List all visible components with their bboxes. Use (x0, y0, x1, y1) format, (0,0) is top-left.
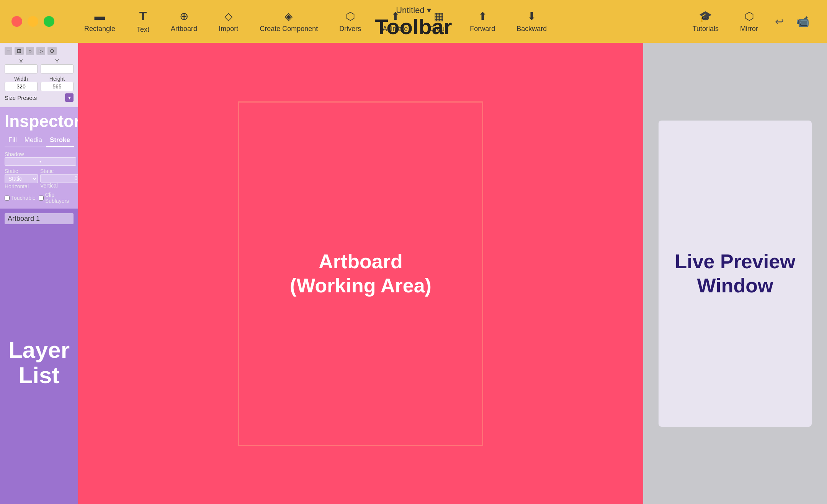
inspector-section: Inspector Fill Media Stroke Width Shadow… (0, 107, 78, 209)
layer-list-heading: LayerList (5, 338, 74, 388)
mirror-icon: ⬡ (745, 10, 754, 23)
size-presets-button[interactable]: ▾ (65, 93, 74, 102)
x-label: X (5, 58, 38, 64)
y-input[interactable] (41, 64, 74, 73)
width-field: Width (5, 76, 38, 91)
rectangle-icon: ▬ (95, 10, 105, 23)
layer-list-section: Artboard 1 LayerList (0, 209, 78, 504)
toolbar-subtitle: Untitled ▾ (375, 5, 452, 15)
toolbar-label-mirror: Mirror (740, 25, 758, 33)
toolbar-label-backward: Backward (516, 25, 547, 33)
toolbar-main-title: Toolbar (375, 16, 452, 38)
mini-toolbar-btn2[interactable]: ⊞ (15, 47, 24, 55)
inspector-properties: ≡ ⊞ ○ ▷ ⊙ X Y Width (0, 43, 78, 107)
shadow-blur-row: Shadow Blur X Y (5, 151, 74, 166)
toolbar-item-drivers[interactable]: ⬡ Drivers (329, 7, 372, 36)
shadow-input[interactable] (5, 157, 76, 166)
live-preview-panel: Live PreviewWindow (643, 43, 827, 504)
artboard-frame: Artboard(Working Area) (238, 101, 483, 446)
backward-icon: ⬇ (527, 10, 536, 23)
preview-label: Live PreviewWindow (675, 250, 795, 297)
toolbar-label-rectangle: Rectangle (84, 25, 115, 33)
y-field: Y (41, 58, 74, 73)
left-panel: ≡ ⊞ ○ ▷ ⊙ X Y Width (0, 43, 78, 504)
touchable-checkbox-item[interactable]: Touchable (5, 192, 36, 204)
y-label: Y (41, 58, 74, 64)
mini-toolbar-btn3[interactable]: ○ (26, 47, 34, 55)
checkboxes-row: Touchable Clip Sublayers (5, 192, 74, 204)
x-input[interactable] (5, 64, 38, 73)
toolbar-label-forward: Forward (470, 25, 495, 33)
tab-fill[interactable]: Fill (5, 135, 21, 147)
minimize-button[interactable] (28, 16, 38, 27)
toolbar-label-import: Import (219, 25, 238, 33)
main-area: ≡ ⊞ ○ ▷ ⊙ X Y Width (0, 43, 827, 504)
undo-button[interactable]: ↩ (769, 12, 790, 31)
forward-icon: ⬆ (478, 10, 487, 23)
shadow-label: Shadow (5, 151, 76, 157)
clip-sublayers-label: Clip Sublayers (45, 192, 74, 204)
width-input[interactable] (5, 82, 38, 91)
toolbar-label-artboard: Artboard (171, 25, 197, 33)
size-presets-label: Size Presets (5, 95, 37, 101)
inspector-heading: Inspector (5, 112, 74, 131)
toolbar-item-mirror[interactable]: ⬡ Mirror (729, 7, 769, 36)
static-h-sublabel: Horizontal (5, 183, 38, 189)
toolbar-label-text: Text (137, 26, 149, 34)
mini-toolbar: ≡ ⊞ ○ ▷ ⊙ (5, 47, 74, 55)
toolbar-item-forward[interactable]: ⬆ Forward (459, 7, 506, 36)
shadow-field: Shadow (5, 151, 76, 166)
mini-toolbar-btn1[interactable]: ≡ (5, 47, 12, 55)
artboard-label: Artboard(Working Area) (290, 250, 431, 297)
x-field: X (5, 58, 38, 73)
touchable-checkbox[interactable] (5, 196, 10, 201)
toolbar-item-backward[interactable]: ⬇ Backward (506, 7, 557, 36)
static-row: Static Static Dynamic Horizontal Static … (5, 168, 74, 189)
toolbar-title: Untitled ▾ Toolbar (375, 5, 452, 38)
clip-sublayers-checkbox-item[interactable]: Clip Sublayers (39, 192, 74, 204)
size-row: Width Height (5, 76, 74, 91)
toolbar-label-create-component: Create Component (260, 25, 318, 33)
preview-window: Live PreviewWindow (659, 121, 812, 427)
clip-sublayers-checkbox[interactable] (39, 196, 44, 201)
toolbar-item-artboard[interactable]: ⊕ Artboard (160, 7, 208, 36)
toolbar-item-create-component[interactable]: ◈ Create Component (249, 7, 329, 36)
toolbar-item-import[interactable]: ◇ Import (208, 7, 249, 36)
toolbar-label-tutorials: Tutorials (693, 25, 719, 33)
toolbar-item-text[interactable]: T Text (126, 6, 160, 37)
drivers-icon: ⬡ (346, 10, 355, 23)
height-input[interactable] (41, 82, 74, 91)
inspector-tabs: Fill Media Stroke Width (5, 135, 74, 147)
canvas-area[interactable]: Artboard(Working Area) (78, 43, 643, 504)
coord-row: X Y (5, 58, 74, 73)
tab-media[interactable]: Media (21, 135, 46, 147)
title-bar: ▬ Rectangle T Text ⊕ Artboard ◇ Import ◈… (0, 0, 827, 43)
toolbar-item-rectangle[interactable]: ▬ Rectangle (74, 7, 126, 36)
height-label: Height (41, 76, 74, 82)
toolbar-item-tutorials[interactable]: 🎓 Tutorials (682, 7, 729, 36)
layer-item-artboard1[interactable]: Artboard 1 (5, 213, 74, 224)
width-label: Width (5, 76, 38, 82)
toolbar-label-drivers: Drivers (339, 25, 361, 33)
static-h-label: Static (5, 168, 38, 174)
create-component-icon: ◈ (284, 10, 293, 23)
text-icon: T (139, 9, 147, 23)
touchable-label: Touchable (11, 195, 36, 201)
mini-toolbar-btn4[interactable]: ▷ (36, 47, 45, 55)
toolbar-right: 🎓 Tutorials ⬡ Mirror ↩ 📹 (682, 7, 816, 36)
static-h-select[interactable]: Static Dynamic (5, 174, 38, 183)
tab-stroke[interactable]: Stroke (46, 135, 74, 147)
artboard-icon: ⊕ (180, 10, 188, 23)
mini-toolbar-btn5[interactable]: ⊙ (47, 47, 57, 55)
import-icon: ◇ (224, 10, 233, 23)
video-button[interactable]: 📹 (790, 12, 816, 31)
tutorials-icon: 🎓 (699, 10, 712, 23)
maximize-button[interactable] (44, 16, 54, 27)
window-controls (11, 16, 54, 27)
close-button[interactable] (11, 16, 22, 27)
size-presets-row: Size Presets ▾ (5, 93, 74, 102)
static-h-field: Static Static Dynamic Horizontal (5, 168, 38, 189)
height-field: Height (41, 76, 74, 91)
